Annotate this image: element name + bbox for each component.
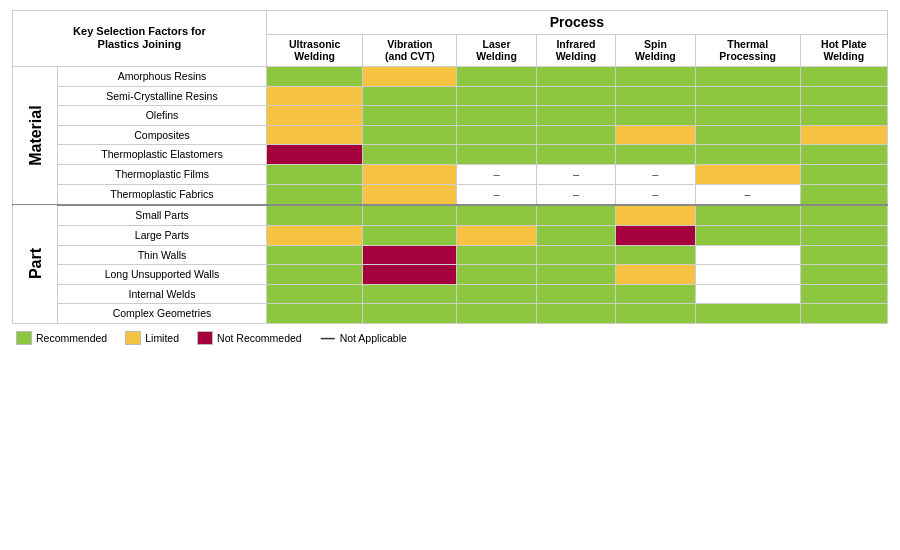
- data-cell: [616, 205, 695, 225]
- data-cell: [363, 66, 457, 86]
- page-wrapper: Key Selection Factors forPlastics Joinin…: [0, 0, 900, 354]
- data-cell: [536, 125, 615, 145]
- legend-item: Limited: [125, 331, 179, 345]
- legend: RecommendedLimitedNot Recommeded—Not App…: [12, 324, 888, 346]
- data-cell: [457, 86, 536, 106]
- data-cell: [800, 265, 887, 285]
- data-cell: [266, 145, 363, 165]
- data-cell: [363, 225, 457, 245]
- data-cell: [616, 225, 695, 245]
- data-cell: [695, 66, 800, 86]
- row-label: Thermoplastic Films: [58, 164, 267, 184]
- legend-color-box: [197, 331, 213, 345]
- row-label: Small Parts: [58, 205, 267, 225]
- data-cell: [536, 86, 615, 106]
- data-cell: [800, 66, 887, 86]
- data-cell: [266, 284, 363, 304]
- data-cell: [695, 225, 800, 245]
- data-cell: [695, 265, 800, 285]
- process-header: Process: [266, 11, 887, 35]
- table-row: Thin Walls: [13, 245, 888, 265]
- data-cell: [695, 245, 800, 265]
- data-cell: [266, 106, 363, 126]
- data-cell: [536, 66, 615, 86]
- row-label: Thermoplastic Fabrics: [58, 185, 267, 206]
- table-row: MaterialAmorphous Resins: [13, 66, 888, 86]
- table-row: Thermoplastic Films–––: [13, 164, 888, 184]
- data-cell: [266, 86, 363, 106]
- row-label: Complex Geometries: [58, 304, 267, 324]
- table-row: Composites: [13, 125, 888, 145]
- data-cell: –: [695, 185, 800, 206]
- table-row: Olefins: [13, 106, 888, 126]
- data-cell: [800, 304, 887, 324]
- data-cell: [266, 66, 363, 86]
- row-label: Composites: [58, 125, 267, 145]
- data-cell: [616, 106, 695, 126]
- data-cell: [363, 125, 457, 145]
- data-cell: [363, 145, 457, 165]
- data-cell: [457, 66, 536, 86]
- data-cell: [457, 145, 536, 165]
- data-cell: [616, 265, 695, 285]
- data-cell: [363, 86, 457, 106]
- row-label: Large Parts: [58, 225, 267, 245]
- legend-item: Recommended: [16, 331, 107, 345]
- data-cell: –: [616, 185, 695, 206]
- table-row: Long Unsupported Walls: [13, 265, 888, 285]
- row-label: Amorphous Resins: [58, 66, 267, 86]
- data-cell: [800, 205, 887, 225]
- legend-item: —Not Applicable: [320, 330, 407, 346]
- data-cell: [363, 205, 457, 225]
- data-cell: [363, 304, 457, 324]
- legend-label: Not Applicable: [340, 332, 407, 344]
- data-cell: [616, 145, 695, 165]
- table-row: Internal Welds: [13, 284, 888, 304]
- legend-color-box: [16, 331, 32, 345]
- data-cell: [800, 145, 887, 165]
- data-cell: [266, 225, 363, 245]
- data-cell: [457, 304, 536, 324]
- data-cell: [536, 145, 615, 165]
- data-cell: [457, 125, 536, 145]
- row-label: Olefins: [58, 106, 267, 126]
- data-cell: [800, 284, 887, 304]
- data-cell: [536, 106, 615, 126]
- data-cell: [457, 106, 536, 126]
- data-cell: [363, 245, 457, 265]
- data-cell: [695, 164, 800, 184]
- data-cell: [800, 225, 887, 245]
- row-label: Thermoplastic Elastomers: [58, 145, 267, 165]
- row-label: Semi-Crystalline Resins: [58, 86, 267, 106]
- data-cell: [457, 284, 536, 304]
- data-cell: [800, 125, 887, 145]
- data-cell: [266, 125, 363, 145]
- table-row: Large Parts: [13, 225, 888, 245]
- data-cell: [800, 86, 887, 106]
- data-cell: [536, 265, 615, 285]
- data-cell: [536, 225, 615, 245]
- data-cell: [695, 284, 800, 304]
- column-header: Vibration(and CVT): [363, 34, 457, 66]
- key-header: Key Selection Factors forPlastics Joinin…: [13, 11, 267, 67]
- data-cell: [695, 205, 800, 225]
- data-cell: [266, 164, 363, 184]
- data-cell: [363, 185, 457, 206]
- section-label: Part: [13, 205, 58, 323]
- table-row: Thermoplastic Fabrics––––: [13, 185, 888, 206]
- data-cell: [695, 125, 800, 145]
- legend-color-box: [125, 331, 141, 345]
- column-header: UltrasonicWelding: [266, 34, 363, 66]
- data-cell: [536, 245, 615, 265]
- data-cell: –: [616, 164, 695, 184]
- legend-label: Not Recommeded: [217, 332, 302, 344]
- table-row: Semi-Crystalline Resins: [13, 86, 888, 106]
- data-cell: [536, 304, 615, 324]
- data-cell: [457, 225, 536, 245]
- data-cell: [616, 245, 695, 265]
- column-header: SpinWelding: [616, 34, 695, 66]
- data-cell: [616, 86, 695, 106]
- row-label: Internal Welds: [58, 284, 267, 304]
- data-cell: [457, 205, 536, 225]
- column-header: LaserWelding: [457, 34, 536, 66]
